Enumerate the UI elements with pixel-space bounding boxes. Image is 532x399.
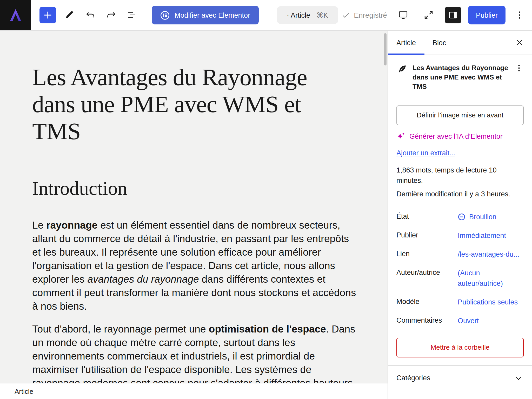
generate-with-ai-link[interactable]: Générer avec l’IA d’Elementor bbox=[396, 132, 524, 141]
row-label: Auteur/autrice bbox=[396, 268, 458, 276]
command-shortcut: ⌘K bbox=[316, 11, 328, 19]
publish-button[interactable]: Publier bbox=[468, 6, 506, 24]
article-settings-panel: Les Avantages du Rayonnage dans une PME … bbox=[388, 55, 532, 399]
summary-rows: État Brouillon Publier Immédiatement bbox=[396, 208, 524, 330]
pencil-icon bbox=[64, 9, 75, 21]
status-value-button[interactable]: Brouillon bbox=[458, 212, 496, 222]
summary-row-publish: Publier Immédiatement bbox=[396, 226, 524, 245]
list-view-button[interactable] bbox=[123, 6, 141, 24]
summary-row-link: Lien /les-avantages-du... bbox=[396, 245, 524, 264]
close-sidebar-button[interactable] bbox=[507, 31, 532, 55]
row-label: Modèle bbox=[396, 297, 458, 305]
post-card-title[interactable]: Les Avantages du Rayonnage dans une PME … bbox=[413, 63, 509, 92]
plus-icon bbox=[43, 10, 53, 20]
site-logo-button[interactable] bbox=[0, 0, 31, 30]
fullscreen-button[interactable] bbox=[419, 6, 438, 24]
row-label: État bbox=[396, 212, 458, 220]
post-paragraph[interactable]: Le rayonnage est un élément essentiel da… bbox=[32, 218, 358, 313]
undo-button[interactable] bbox=[81, 6, 100, 24]
edit-tool-button[interactable] bbox=[60, 6, 79, 24]
undo-icon bbox=[85, 9, 96, 21]
row-label: Publier bbox=[396, 230, 458, 239]
post-title-heading[interactable]: Les Avantages du Rayonnage dans une PME … bbox=[32, 64, 344, 145]
saved-status-button[interactable]: Enregistré bbox=[341, 11, 387, 19]
editor-footer: Article bbox=[0, 383, 388, 399]
summary-row-template: Modèle Publications seules bbox=[396, 293, 524, 311]
categories-label: Catégories bbox=[396, 374, 430, 382]
sidebar-tabs: Article Bloc bbox=[388, 31, 532, 55]
more-options-button[interactable] bbox=[512, 6, 527, 24]
canvas-scrollbar-thumb[interactable] bbox=[384, 33, 387, 65]
redo-button[interactable] bbox=[102, 6, 121, 24]
last-modified-text: Dernière modification il y a 3 heures. bbox=[396, 189, 524, 199]
publish-date-button[interactable]: Immédiatement bbox=[458, 230, 506, 241]
redo-icon bbox=[105, 9, 117, 21]
template-button[interactable]: Publications seules bbox=[458, 297, 518, 307]
editor-header: Modifier avec Elementor · Article ⌘K Enr… bbox=[0, 0, 532, 31]
fullscreen-icon bbox=[423, 9, 434, 21]
add-excerpt-link[interactable]: Ajouter un extrait... bbox=[396, 149, 455, 157]
check-icon bbox=[341, 11, 350, 19]
row-label: Lien bbox=[396, 249, 458, 257]
summary-row-author: Auteur/autrice (Aucun auteur/autrice) bbox=[396, 264, 524, 293]
draft-status-icon bbox=[458, 213, 466, 221]
document-command-pill[interactable]: · Article ⌘K bbox=[277, 6, 338, 24]
block-editor: Modifier avec Elementor · Article ⌘K Enr… bbox=[0, 0, 532, 399]
saved-status-label: Enregistré bbox=[354, 11, 387, 19]
post-summary-card: Les Avantages du Rayonnage dans une PME … bbox=[396, 63, 524, 92]
post-content: Les Avantages du Rayonnage dans une PME … bbox=[0, 31, 388, 383]
settings-sidebar-toggle-button[interactable] bbox=[445, 7, 461, 23]
set-featured-image-button[interactable]: Définir l’image mise en avant bbox=[396, 105, 524, 125]
intro-heading[interactable]: Introduction bbox=[32, 177, 358, 200]
post-paragraph[interactable]: Tout d'abord, le rayonnage permet une op… bbox=[32, 322, 358, 383]
elementor-logo-icon bbox=[7, 7, 24, 23]
author-button[interactable]: (Aucun auteur/autrice) bbox=[458, 268, 524, 289]
categories-panel-header[interactable]: Catégories bbox=[388, 365, 532, 391]
move-to-trash-button[interactable]: Mettre à la corbeille bbox=[396, 337, 524, 357]
chevron-down-icon bbox=[513, 373, 524, 383]
settings-sidebar: Article Bloc Les Avantages du Rayonnage … bbox=[388, 31, 532, 399]
tab-bloc[interactable]: Bloc bbox=[424, 31, 455, 55]
header-tools bbox=[60, 6, 141, 24]
close-icon bbox=[514, 37, 525, 48]
elementor-button-label: Modifier avec Elementor bbox=[175, 11, 250, 19]
editor-canvas: Les Avantages du Rayonnage dans une PME … bbox=[0, 31, 388, 383]
post-paragraphs: Le rayonnage est un élément essentiel da… bbox=[32, 218, 358, 383]
header-right-group: Enregistré bbox=[341, 6, 532, 24]
summary-row-comments: Commentaires Ouvert bbox=[396, 311, 524, 330]
preview-button[interactable] bbox=[394, 6, 413, 24]
tab-article[interactable]: Article bbox=[388, 31, 424, 55]
kebab-icon bbox=[514, 10, 525, 20]
ai-link-label: Générer avec l’IA d’Elementor bbox=[409, 132, 503, 140]
monitor-icon bbox=[397, 9, 409, 21]
elementor-circle-icon bbox=[160, 10, 170, 20]
permalink-button[interactable]: /les-avantages-du... bbox=[458, 249, 519, 260]
row-label: Commentaires bbox=[396, 316, 458, 324]
post-card-menu-button[interactable] bbox=[514, 63, 524, 73]
list-view-icon bbox=[126, 9, 138, 21]
sparkle-icon bbox=[396, 132, 405, 141]
breadcrumb[interactable]: Article bbox=[15, 387, 33, 395]
document-pill-label: · Article bbox=[287, 11, 310, 19]
feather-icon bbox=[396, 64, 407, 75]
comments-button[interactable]: Ouvert bbox=[458, 316, 479, 326]
summary-row-status: État Brouillon bbox=[396, 208, 524, 226]
word-count-text: 1,863 mots, temps de lecture 10 minutes. bbox=[396, 165, 524, 186]
add-block-button[interactable] bbox=[39, 7, 56, 23]
edit-with-elementor-button[interactable]: Modifier avec Elementor bbox=[152, 6, 258, 24]
sidebar-toggle-icon bbox=[448, 10, 458, 20]
